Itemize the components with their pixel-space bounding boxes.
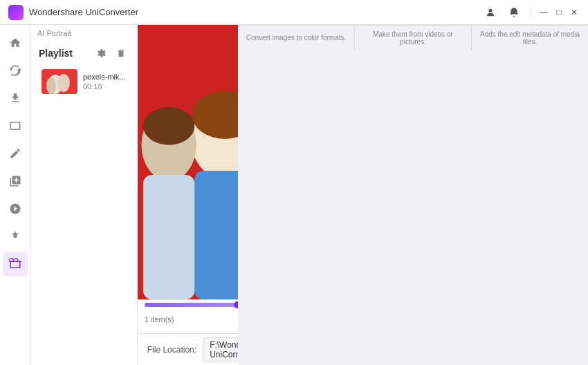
playlist-item[interactable]: pexels-mik... 00:18 <box>35 65 133 98</box>
video-scene <box>138 25 238 299</box>
svg-point-5 <box>57 74 70 92</box>
main-layout: AI Portrait Playlist <box>0 25 588 365</box>
progress-handle[interactable] <box>234 301 238 308</box>
playlist-settings-icon[interactable] <box>94 46 109 61</box>
notification-icon[interactable] <box>504 3 524 22</box>
maximize-button[interactable]: □ <box>553 7 564 18</box>
controls-row: 1 item(s) 00:00:05 / 00:00:18 <box>145 310 238 329</box>
sidebar-item-watermark[interactable] <box>3 196 28 221</box>
playlist-item-name: pexels-mik... <box>83 73 126 81</box>
app-logo <box>8 5 24 20</box>
sidebar-item-edit[interactable] <box>3 141 28 166</box>
sidebar-item-toolbox[interactable] <box>3 252 28 277</box>
svg-rect-9 <box>194 171 238 299</box>
playlist-item-info: pexels-mik... 00:18 <box>83 73 126 91</box>
playlist-delete-icon[interactable] <box>113 46 129 61</box>
hint-item-1[interactable]: Convert images to color formats. <box>238 26 355 50</box>
progress-fill <box>145 303 237 307</box>
sidebar-item-download[interactable] <box>3 86 28 111</box>
minimize-button[interactable]: — <box>538 7 549 18</box>
close-button[interactable]: ✕ <box>569 7 580 18</box>
playlist-thumbnail <box>42 69 77 94</box>
hint-item-3[interactable]: Adds the edit metadata of media files. <box>472 26 588 50</box>
divider <box>531 6 531 19</box>
thumbnail-image <box>42 69 77 94</box>
item-count: 1 item(s) <box>145 315 174 324</box>
sidebar-item-screen[interactable] <box>3 113 28 138</box>
hints-bar: Convert images to color formats. Make th… <box>238 25 588 50</box>
svg-point-6 <box>46 77 56 94</box>
app-title: Wondershare UniConverter <box>29 7 481 17</box>
svg-point-0 <box>488 8 492 12</box>
playlist-header-icons <box>94 46 129 61</box>
hint-item-2[interactable]: Make them from videos or pictures. <box>355 26 472 50</box>
inner-content: AI Portrait Playlist <box>30 25 238 365</box>
svg-rect-15 <box>143 175 194 299</box>
progress-bar[interactable] <box>145 303 238 307</box>
title-bar: Wondershare UniConverter — □ ✕ <box>0 0 588 25</box>
sidebar-item-convert[interactable] <box>3 58 28 83</box>
sidebar <box>0 25 30 365</box>
playlist-panel: AI Portrait Playlist <box>30 25 138 365</box>
video-controls: 1 item(s) 00:00:05 / 00:00:18 <box>138 299 238 333</box>
user-icon[interactable] <box>481 3 500 22</box>
file-location-label: File Location: <box>147 345 196 355</box>
sidebar-item-effects[interactable] <box>3 224 28 249</box>
bottom-bar: File Location: F:\Wondershare UniConvert… <box>138 333 238 365</box>
file-path[interactable]: F:\Wondershare UniConverter ▼ <box>203 337 238 362</box>
video-column: 1 item(s) 00:00:05 / 00:00:18 <box>138 25 238 365</box>
playlist-item-duration: 00:18 <box>83 82 126 91</box>
sidebar-item-merge[interactable] <box>3 169 28 194</box>
playlist-header: Playlist <box>30 39 137 65</box>
video-preview <box>138 25 238 299</box>
playlist-title: Playlist <box>39 48 73 59</box>
window-controls: — □ ✕ <box>481 3 580 22</box>
svg-point-21 <box>143 107 194 145</box>
ai-portrait-label: AI Portrait <box>30 25 137 39</box>
sidebar-item-home[interactable] <box>3 30 28 55</box>
video-container <box>138 25 238 299</box>
